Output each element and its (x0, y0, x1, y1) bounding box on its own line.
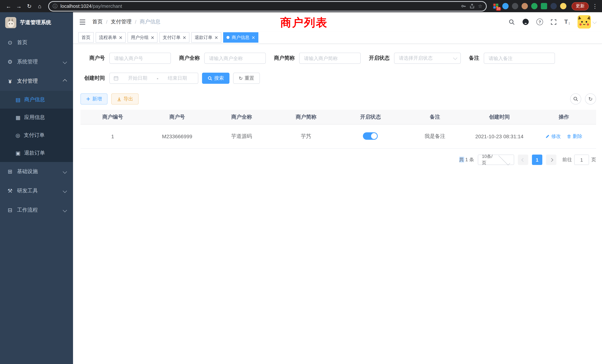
col-actions: 操作 (532, 110, 596, 124)
user-avatar[interactable] (578, 15, 596, 29)
extension-emoji-icon[interactable] (560, 3, 566, 9)
close-tab-icon[interactable] (215, 36, 218, 39)
share-icon[interactable] (470, 3, 475, 9)
extension-sheet-icon[interactable] (541, 3, 547, 9)
goto-page-input[interactable] (574, 155, 589, 165)
extension-puzzle-icon[interactable] (550, 3, 557, 9)
tab-user-group[interactable]: 用户分组 (128, 32, 158, 43)
remark-input[interactable] (484, 53, 555, 64)
password-key-icon[interactable] (461, 3, 466, 9)
reset-button[interactable]: ↻ 重置 (233, 73, 260, 84)
merchant-name-input[interactable] (204, 53, 266, 64)
sidebar-item-payment[interactable]: ¥ 支付管理 (0, 72, 73, 91)
close-tab-icon[interactable] (119, 36, 122, 39)
browser-update-button[interactable]: 更新 (572, 2, 589, 10)
sidebar-item-system[interactable]: ⚙ 系统管理 (0, 52, 73, 72)
show-search-icon[interactable] (570, 93, 581, 105)
top-navbar: 首页 / 支付管理 / 商户信息 (73, 12, 602, 32)
chevron-down-icon (63, 60, 67, 64)
sidebar-item-merchant-info[interactable]: ▤ 商户信息 (0, 91, 73, 109)
delete-link[interactable]: 删除 (567, 133, 582, 140)
close-tab-icon[interactable] (252, 36, 255, 39)
bookmark-star-icon[interactable]: ☆ (478, 3, 482, 9)
sidebar-item-infra[interactable]: ⊞ 基础设施 (0, 162, 73, 181)
filter-status: 开启状态 请选择开启状态 (369, 53, 461, 64)
tab-home[interactable]: 首页 (78, 32, 94, 43)
edit-link[interactable]: 修改 (545, 133, 561, 140)
merchant-no-input[interactable] (109, 53, 171, 64)
sidebar-item-pay-order[interactable]: ◎ 支付订单 (0, 126, 73, 144)
merchant-no-label: 商户号 (80, 55, 109, 62)
extension-avatar-icon[interactable] (522, 3, 528, 9)
filter-merchant-short: 商户简称 (274, 53, 361, 64)
main-area: 商户列表 首页 / 支付管理 / 商户信息 (73, 12, 602, 364)
address-bar[interactable]: ⓘ localhost:1024/pay/merchant ☆ (48, 1, 487, 11)
help-icon[interactable]: ? (536, 19, 543, 25)
sidebar: 芋道管理系统 ⊙ 首页 ⚙ 系统管理 ¥ 支付管理 ▤ 商户信息 (0, 12, 73, 364)
filter-remark: 备注 (469, 53, 555, 64)
github-icon[interactable] (522, 19, 529, 25)
chevron-up-icon (63, 79, 67, 83)
reload-icon[interactable]: ↻ (24, 1, 34, 11)
sidebar-item-home[interactable]: ⊙ 首页 (0, 33, 73, 52)
export-button[interactable]: 导出 (111, 93, 139, 105)
forward-icon[interactable]: → (14, 1, 24, 11)
browser-menu-icon[interactable]: ⋮ (592, 3, 598, 10)
cell-remark: 我是备注 (403, 124, 467, 149)
merchant-short-input[interactable] (299, 53, 361, 64)
sidebar-item-app-info[interactable]: ▦ 应用信息 (0, 109, 73, 126)
chevron-down-icon (498, 153, 510, 165)
filter-merchant-name: 商户全称 (179, 53, 266, 64)
search-icon[interactable] (509, 19, 515, 25)
col-remark: 备注 (403, 110, 467, 124)
date-range-picker[interactable]: 开始日期 - 结束日期 (109, 73, 198, 84)
order-icon: ◎ (16, 132, 20, 138)
close-tab-icon[interactable] (183, 36, 186, 39)
chevron-down-icon (453, 56, 457, 60)
page-number-1[interactable]: 1 (532, 155, 542, 165)
close-tab-icon[interactable] (151, 36, 154, 39)
filter-merchant-no: 商户号 (80, 53, 171, 64)
site-info-icon[interactable]: ⓘ (53, 3, 57, 10)
col-short-name: 商户简称 (274, 110, 338, 124)
extension-grid-icon[interactable]: 10 (493, 3, 499, 9)
add-button[interactable]: 新增 (80, 93, 108, 105)
sidebar-item-devtools[interactable]: ⚒ 研发工具 (0, 181, 73, 201)
chevron-down-icon (63, 189, 67, 193)
home-icon[interactable]: ⌂ (35, 1, 44, 11)
extension-green-circle-icon[interactable] (531, 3, 538, 9)
tab-process-form[interactable]: 流程表单 (96, 32, 126, 43)
tab-pay-order[interactable]: 支付订单 (159, 32, 189, 43)
cell-create-time: 2021-10-23 08:31:14 (467, 124, 532, 149)
goto-unit: 页 (591, 156, 596, 163)
url-text[interactable]: localhost:1024/pay/merchant (60, 3, 122, 9)
extension-dark-icon[interactable] (512, 3, 518, 9)
extension-blue-icon[interactable] (502, 3, 509, 9)
refund-icon: ▣ (16, 150, 20, 156)
tab-refund-order[interactable]: 退款订单 (191, 32, 221, 43)
cell-merchant-no: M233666999 (145, 124, 209, 149)
breadcrumb-home[interactable]: 首页 (92, 19, 103, 25)
fullscreen-icon[interactable] (550, 19, 557, 25)
search-button[interactable]: 搜索 (202, 73, 229, 84)
col-create-time: 创建时间 (467, 110, 532, 124)
gear-icon: ⚙ (7, 59, 13, 65)
sidebar-item-refund-order[interactable]: ▣ 退款订单 (0, 144, 73, 162)
page-size-select[interactable]: 10条/页 (478, 155, 514, 165)
tab-merchant-info[interactable]: 商户信息 (223, 32, 258, 43)
status-toggle[interactable] (363, 132, 378, 139)
logo[interactable]: 芋道管理系统 (0, 12, 73, 33)
hamburger-icon[interactable] (79, 18, 86, 26)
avatar-image (578, 15, 591, 29)
status-select[interactable]: 请选择开启状态 (394, 53, 461, 64)
back-icon[interactable]: ← (4, 1, 13, 11)
refresh-table-icon[interactable]: ↻ (585, 93, 596, 105)
sidebar-item-workflow[interactable]: ⊟ 工作流程 (0, 201, 73, 220)
font-size-icon[interactable]: T↕ (564, 19, 570, 25)
breadcrumb-payment[interactable]: 支付管理 (111, 19, 132, 25)
prev-page-button[interactable] (518, 155, 528, 165)
pagination-goto: 前往 页 (562, 155, 596, 165)
pagination-total: 共 1 条 (459, 156, 474, 163)
extension-badge: 10 (496, 7, 501, 11)
next-page-button[interactable] (546, 155, 556, 165)
